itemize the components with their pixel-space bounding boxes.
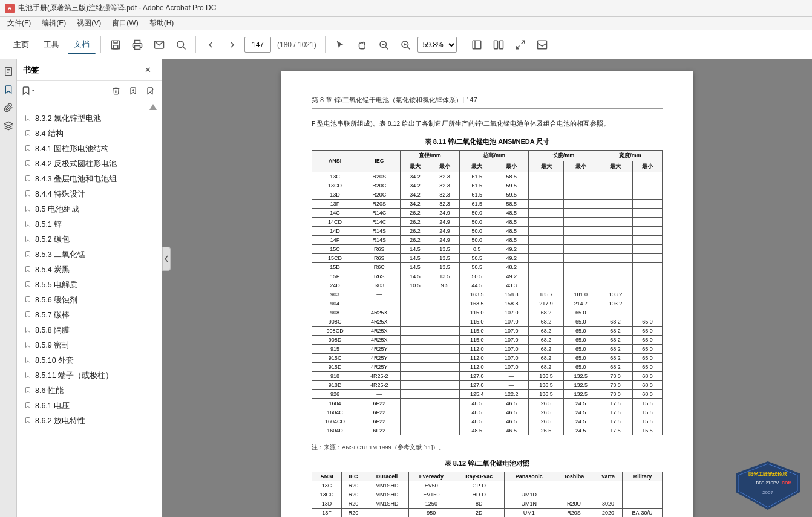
bookmark-item[interactable]: 8.5.3 二氧化锰	[17, 247, 162, 262]
bookmark-item[interactable]: 8.3.2 氯化锌型电池	[17, 111, 162, 126]
bookmark-item[interactable]: 8.5.5 电解质	[17, 278, 162, 293]
tab-tools[interactable]: 工具	[38, 36, 65, 54]
table-cell	[563, 181, 598, 190]
sidebar-close-button[interactable]: ✕	[140, 62, 156, 78]
table-row: 915D4R25Y112.0107.068.265.068.265.0	[312, 362, 663, 371]
bookmark-item[interactable]: 8.5.10 外套	[17, 353, 162, 368]
bookmark-item[interactable]: 8.5 电池组成	[17, 202, 162, 217]
bookmark-item[interactable]: 8.5.1 锌	[17, 217, 162, 232]
bookmark-item[interactable]: 8.4.4 特殊设计	[17, 187, 162, 202]
table-cell	[598, 262, 632, 272]
bookmark-label: 8.5.9 密封	[35, 340, 70, 351]
hand-tool-button[interactable]	[352, 35, 372, 54]
table-cell: 26.5	[529, 417, 563, 426]
bookmark-item[interactable]: 8.5.9 密封	[17, 338, 162, 353]
table-cell: 163.5	[460, 299, 494, 308]
table-cell	[563, 226, 598, 235]
bookmark-item[interactable]: 8.6.2 放电特性	[17, 414, 162, 429]
svg-marker-24	[4, 122, 12, 126]
table-cell: 34.2	[401, 181, 430, 190]
table-cell: 15C	[312, 244, 358, 253]
table2-body: 13CR20MN1SHDEV50GP-D—13CDR20MN1SHDEV150H…	[312, 481, 663, 517]
bookmark-item[interactable]: 8.5.11 端子（或极柱）	[17, 368, 162, 383]
table-cell: 73.0	[598, 389, 632, 398]
sidebar-options-button[interactable]	[21, 83, 36, 99]
table-cell	[529, 181, 563, 190]
bookmark-item[interactable]: 8.5.6 缓蚀剂	[17, 293, 162, 308]
table1: ANSI IEC 直径/mm 总高/mm 长度/mm 宽度/mm 最大 最小 最…	[312, 150, 663, 435]
svg-line-5	[183, 47, 185, 49]
svg-text:COM: COM	[782, 481, 792, 485]
two-page-button[interactable]	[489, 35, 508, 54]
bookmark-item[interactable]: 8.4.3 叠层电池和电池组	[17, 172, 162, 187]
bookmark-item[interactable]: 8.6.1 电压	[17, 398, 162, 414]
bookmark-label: 8.6.1 电压	[35, 401, 70, 411]
left-icon-bookmark[interactable]	[1, 82, 16, 97]
full-screen-button[interactable]	[511, 35, 530, 54]
bookmark-item[interactable]: 8.5.8 隔膜	[17, 323, 162, 338]
search-button[interactable]	[171, 35, 191, 54]
table-cell	[563, 208, 598, 217]
bookmark-item[interactable]: 8.5.7 碳棒	[17, 308, 162, 323]
table-cell	[598, 208, 632, 217]
table-cell: R6S	[358, 244, 401, 253]
sidebar-delete-button[interactable]	[108, 83, 124, 99]
table-cell	[504, 481, 554, 490]
select-tool-button[interactable]	[330, 35, 350, 54]
nav-prev-button[interactable]	[201, 35, 220, 54]
table-cell: UM1N	[504, 499, 554, 508]
email-button[interactable]	[149, 35, 169, 54]
pdf-page: 第 8 章 锌/二氧化锰干电池（氯化铵和氯化锌体系）| 147 F 型电池串联所…	[281, 71, 693, 517]
table-cell: 48.5	[494, 235, 529, 244]
zoom-select[interactable]: 59.8%50%75%100%125%	[417, 37, 457, 53]
svg-point-4	[177, 41, 184, 48]
table-cell: 61.5	[460, 181, 494, 190]
table-cell: 65.0	[632, 353, 662, 362]
zoom-out-button[interactable]	[374, 35, 393, 54]
table-cell: —	[358, 389, 401, 398]
table-cell: 1604	[312, 398, 358, 408]
print-button[interactable]	[128, 35, 147, 54]
left-icon-file[interactable]	[1, 64, 16, 79]
bookmark-label: 8.5.3 二氧化锰	[35, 250, 85, 260]
menu-help[interactable]: 帮助(H)	[145, 17, 179, 30]
tab-home[interactable]: 主页	[7, 36, 35, 54]
table-cell: 48.5	[494, 226, 529, 235]
table-cell	[401, 317, 430, 326]
menu-window[interactable]: 窗口(W)	[107, 17, 143, 30]
table-cell	[401, 299, 430, 308]
table-cell	[598, 244, 632, 253]
table-cell: R6S	[358, 272, 401, 281]
bookmark-item[interactable]: 8.4.1 圆柱形电池结构	[17, 141, 162, 157]
share-button[interactable]	[532, 35, 552, 54]
save-button[interactable]	[106, 35, 125, 54]
table2-header: ANSIIECDuracellEvereadyRay-O-VacPanasoni…	[312, 472, 663, 481]
menu-bar: 文件(F) 编辑(E) 视图(V) 窗口(W) 帮助(H)	[0, 17, 812, 30]
menu-edit[interactable]: 编辑(E)	[37, 17, 71, 30]
sidebar-collapse-button[interactable]	[162, 247, 171, 271]
menu-file[interactable]: 文件(F)	[2, 17, 36, 30]
zoom-in-button[interactable]	[396, 35, 415, 54]
bookmark-icon	[24, 340, 31, 351]
sidebar-add-button[interactable]	[125, 83, 141, 99]
table-cell: 132.5	[563, 371, 598, 380]
th-wid-max: 最大	[598, 161, 632, 172]
left-icon-layers[interactable]	[1, 119, 16, 133]
sidebar-more-button[interactable]	[142, 83, 158, 99]
table-cell: 24.9	[430, 226, 460, 235]
tab-document[interactable]: 文档	[68, 35, 96, 54]
menu-view[interactable]: 视图(V)	[72, 17, 106, 30]
bookmark-item[interactable]: 8.4 结构	[17, 126, 162, 141]
bookmark-item[interactable]: 8.6 性能	[17, 383, 162, 398]
bookmark-icon	[24, 250, 31, 260]
pdf-viewer[interactable]: 第 8 章 锌/二氧化锰干电池（氯化铵和氯化锌体系）| 147 F 型电池串联所…	[162, 59, 812, 517]
bookmark-item[interactable]: 8.5.4 炭黑	[17, 262, 162, 278]
bookmark-item[interactable]: 8.5.2 碳包	[17, 232, 162, 247]
fit-page-button[interactable]	[467, 35, 486, 54]
left-icon-attachment[interactable]	[1, 100, 16, 115]
nav-next-button[interactable]	[223, 35, 242, 54]
bookmark-item[interactable]: 8.4.2 反极式圆柱形电池	[17, 157, 162, 172]
th-ansi: ANSI	[312, 150, 358, 172]
page-number-input[interactable]	[244, 37, 271, 53]
table-row: 926—125.4122.2136.5132.573.068.0	[312, 389, 663, 398]
